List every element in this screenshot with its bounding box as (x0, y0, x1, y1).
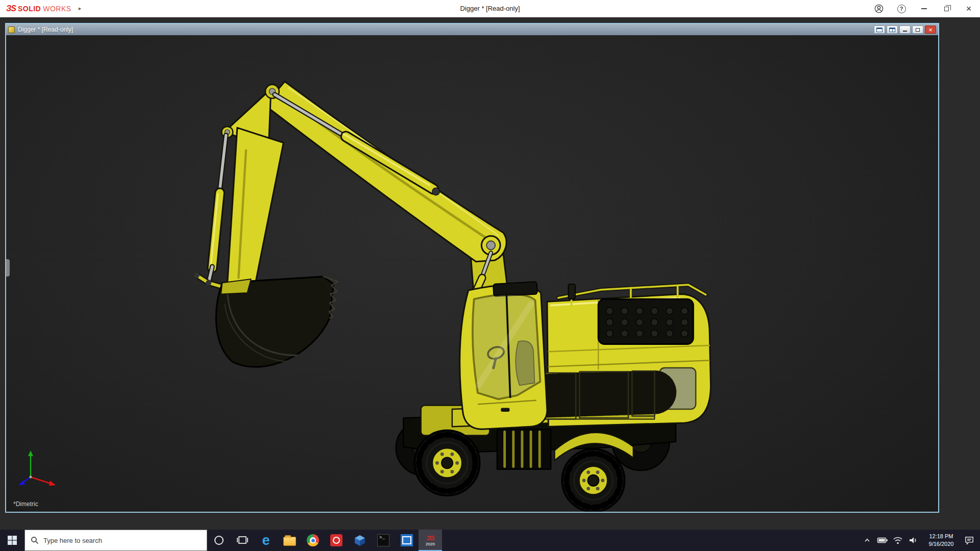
account-icon (874, 4, 884, 14)
solidworks-logo: ЗS SOLID WORKS ▸ (0, 4, 81, 13)
app-window-title: Digger * [Read-only] (460, 5, 520, 12)
window-controls: ? × (868, 0, 980, 17)
volume-icon (908, 536, 918, 545)
action-center-button[interactable] (962, 530, 977, 551)
doc-restore-icon (916, 28, 920, 32)
split-window-icon (889, 28, 895, 32)
minimize-button[interactable] (913, 0, 935, 17)
doc-minimize-button[interactable] (899, 26, 911, 34)
excavator-model[interactable] (6, 35, 938, 512)
start-button[interactable] (0, 530, 24, 551)
help-icon: ? (897, 5, 906, 13)
document-window-controls: × (872, 26, 936, 34)
edge-app-button[interactable]: e (254, 530, 278, 551)
featuremanager-collapsed-tab[interactable] (6, 259, 10, 277)
blue-window-icon (401, 534, 413, 546)
command-prompt-icon: >_ (377, 534, 389, 546)
app-titlebar[interactable]: ЗS SOLID WORKS ▸ Digger * [Read-only] ? (0, 0, 980, 17)
task-view-icon (236, 535, 249, 545)
tray-overflow-button[interactable] (860, 530, 875, 551)
doc-tile-button[interactable] (874, 26, 885, 34)
solidworks-2020-icon: ЗS 2020 (426, 535, 435, 546)
taskbar-clock[interactable]: 12:18 PM 9/16/2020 (921, 530, 962, 551)
cortana-icon (213, 535, 225, 546)
help-button[interactable]: ? (890, 0, 913, 17)
minimize-icon (921, 8, 927, 9)
blue-cube-app-button[interactable] (348, 530, 372, 551)
wifi-icon (893, 536, 903, 545)
orientation-triad (15, 445, 62, 494)
tile-window-icon (876, 28, 883, 32)
edge-icon: e (262, 534, 270, 547)
clock-time: 12:18 PM (929, 533, 953, 540)
brand-solid-label: SOLID (18, 5, 41, 13)
close-icon: × (966, 4, 972, 13)
system-tray: 12:18 PM 9/16/2020 (860, 530, 980, 551)
taskbar-search[interactable] (24, 530, 207, 551)
windows-logo-icon (7, 535, 17, 545)
doc-close-button[interactable]: × (925, 26, 936, 34)
action-center-icon (964, 536, 974, 545)
chrome-icon (307, 534, 319, 546)
desktop: ЗS SOLID WORKS ▸ Digger * [Read-only] ? (0, 0, 980, 551)
chrome-app-button[interactable] (301, 530, 325, 551)
red-app-button[interactable] (325, 530, 348, 551)
taskbar: e >_ ЗS 2020 (0, 530, 980, 551)
cortana-button[interactable] (207, 530, 231, 551)
chevron-up-icon (864, 537, 871, 544)
app-client-area: Digger * [Read-only] × (0, 17, 980, 530)
close-button[interactable]: × (958, 0, 980, 17)
search-icon (31, 536, 39, 544)
brand-works-label: WORKS (43, 5, 71, 13)
doc-restore-button[interactable] (912, 26, 923, 34)
search-input[interactable] (43, 537, 201, 544)
document-title: Digger * [Read-only] (18, 26, 73, 33)
dassault-3s-logo-icon: ЗS (6, 4, 16, 13)
solidworks-year-badge: 2020 (426, 542, 435, 546)
network-button[interactable] (890, 530, 905, 551)
command-prompt-button[interactable]: >_ (372, 530, 395, 551)
file-explorer-icon (283, 537, 296, 546)
doc-split-button[interactable] (887, 26, 898, 34)
task-view-button[interactable] (231, 530, 254, 551)
file-explorer-button[interactable] (278, 530, 301, 551)
document-titlebar[interactable]: Digger * [Read-only] × (6, 24, 938, 35)
red-app-icon (330, 534, 342, 546)
solidworks-mark: ЗS (426, 535, 434, 541)
menu-expand-arrow-icon[interactable]: ▸ (79, 5, 82, 12)
part-document-icon (8, 27, 15, 33)
view-orientation-label: *Dimetric (13, 500, 38, 508)
account-button[interactable] (868, 0, 890, 17)
blue-cube-icon (354, 534, 366, 546)
restore-icon (944, 7, 949, 11)
document-window: Digger * [Read-only] × (5, 23, 939, 513)
graphics-viewport[interactable]: *Dimetric (6, 35, 938, 512)
doc-close-icon: × (928, 27, 933, 33)
volume-button[interactable] (905, 530, 921, 551)
restore-button[interactable] (935, 0, 958, 17)
battery-icon (877, 536, 888, 545)
solidworks-2020-button[interactable]: ЗS 2020 (419, 530, 442, 551)
blue-window-app-button[interactable] (395, 530, 419, 551)
battery-button[interactable] (875, 530, 890, 551)
clock-date: 9/16/2020 (929, 540, 954, 548)
doc-minimize-icon (903, 31, 907, 32)
